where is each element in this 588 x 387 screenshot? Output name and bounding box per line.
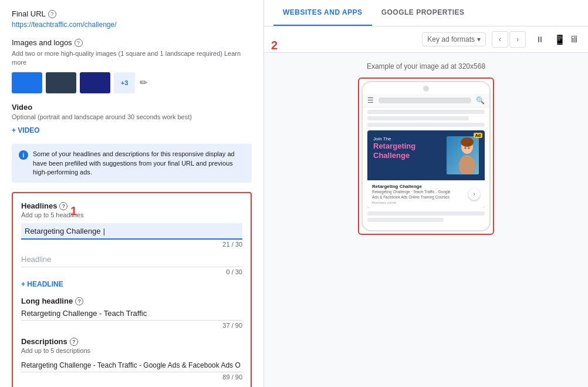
ad-badge: Ad [474, 133, 482, 138]
ad-inner: Join The RetargetingChallenge [367, 130, 485, 180]
phone-frame: ☰ 🔍 Ad Join The Retarge [361, 81, 491, 231]
headlines-section: Headlines ? Add up to 5 headlines Retarg… [21, 201, 242, 288]
long-headline-value: Retargeting Challenge - Teach Traffic [21, 307, 242, 321]
svg-point-5 [468, 147, 470, 149]
phone-browser-bar: ☰ 🔍 [363, 94, 489, 107]
search-bar-mock [379, 97, 471, 103]
long-headline-label: Long headline ? [21, 297, 242, 305]
descriptions-help-icon[interactable]: ? [70, 338, 78, 346]
ad-bottom-subtitle: Retargeting Challenge · Teach Traffic - … [372, 190, 468, 200]
person-svg [447, 136, 479, 174]
headlines-sublabel: Add up to 5 headlines [21, 211, 242, 218]
ad-bottom-text: Retargeting Challenge Retargeting Challe… [372, 184, 468, 204]
long-headline-count: 37 / 90 [21, 322, 242, 329]
ad-arrow-button[interactable]: › [468, 189, 480, 200]
right-panel: WEBSITES AND APPS GOOGLE PROPERTIES Key … [264, 0, 588, 387]
images-logos-section: Images and logos ? Add two or more high-… [12, 38, 252, 93]
content-line-2 [367, 116, 469, 120]
description-empty-container: Description [21, 384, 242, 387]
preview-content: Example of your image ad at 320x568 ☰ 🔍 [264, 53, 588, 387]
tab-websites-and-apps[interactable]: WEBSITES AND APPS [273, 0, 372, 26]
info-box: i Some of your headlines and description… [12, 144, 252, 183]
ad-text-column: Join The RetargetingChallenge [373, 136, 443, 174]
phone-top [363, 82, 489, 94]
video-section: Video Optional (portrait and landscape a… [12, 103, 252, 134]
tab-google-properties[interactable]: GOOGLE PROPERTIES [372, 0, 474, 26]
descriptions-title: Descriptions [21, 337, 67, 346]
content-line-5 [367, 218, 444, 222]
headline-empty-container: Headline [21, 251, 242, 267]
headline-empty-count: 0 / 30 [21, 268, 242, 275]
ad-business-name: Business name [372, 201, 468, 204]
content-lines-bottom [363, 211, 489, 230]
headlines-help-icon[interactable]: ? [59, 202, 67, 210]
thumb-1[interactable] [12, 72, 42, 93]
description-filled-value: Retargeting Challenge - Teach Traffic - … [21, 359, 242, 372]
mobile-device-icon[interactable]: 📱 [554, 34, 566, 45]
video-description: Optional (portrait and landscape around … [12, 113, 252, 122]
add-video-link[interactable]: + VIDEO [12, 126, 252, 134]
final-url-value: https://teachtraffic.com/challenge/ [12, 21, 252, 29]
video-label: Video [12, 103, 252, 112]
add-headline-link[interactable]: + HEADLINE [21, 280, 242, 288]
long-headline-section: Long headline ? Retargeting Challenge - … [21, 297, 242, 329]
descriptions-section: Descriptions ? Add up to 5 descriptions … [21, 337, 242, 387]
pause-button[interactable]: ⏸ [532, 31, 548, 48]
thumb-2[interactable] [46, 72, 76, 93]
desktop-device-icon[interactable]: 🖥 [569, 34, 579, 45]
annotation-2: 2 [271, 39, 278, 52]
hamburger-icon: ☰ [367, 96, 374, 105]
form-section-bordered: Headlines ? Add up to 5 headlines Retarg… [12, 192, 252, 387]
long-headline-help-icon[interactable]: ? [75, 297, 83, 305]
info-text: Some of your headlines and descriptions … [33, 150, 245, 177]
ad-bottom-title: Retargeting Challenge [372, 184, 468, 190]
final-url-help-icon[interactable]: ? [48, 10, 56, 18]
descriptions-label: Descriptions ? [21, 337, 242, 346]
ad-person-image [447, 136, 479, 174]
ad-join-text: Join The [373, 136, 443, 142]
nav-prev-button[interactable]: ‹ [492, 31, 508, 48]
headline-filled-container: Retargeting Challenge | [21, 223, 242, 240]
images-description: Add two or more high-quality images (1 s… [12, 49, 252, 68]
headline-filled-count: 21 / 30 [21, 241, 242, 248]
content-line-3 [367, 123, 485, 127]
description-filled-text: Retargeting Challenge - Teach Traffic - … [21, 361, 241, 369]
tabs-bar: WEBSITES AND APPS GOOGLE PROPERTIES [264, 0, 588, 26]
search-icon: 🔍 [476, 96, 485, 105]
ad-bottom: Retargeting Challenge Retargeting Challe… [367, 180, 485, 208]
cursor-indicator: | [103, 227, 105, 235]
final-url-section: Final URL ? https://teachtraffic.com/cha… [12, 9, 252, 29]
content-line-4 [367, 211, 485, 216]
ad-card: Ad Join The RetargetingChallenge [367, 130, 485, 208]
images-label: Images and logos ? [12, 38, 252, 47]
nav-arrows: ‹ › [492, 31, 526, 48]
descriptions-sublabel: Add up to 5 descriptions [21, 347, 242, 354]
info-icon: i [19, 150, 28, 160]
headlines-label: Headlines ? [21, 201, 242, 210]
images-title: Images and logos [12, 38, 72, 47]
long-headline-title: Long headline [21, 297, 73, 305]
ad-headline: RetargetingChallenge [373, 142, 443, 160]
dropdown-icon: ▾ [477, 35, 481, 43]
edit-images-icon[interactable]: ✏ [138, 76, 148, 89]
headline-filled-value: Retargeting Challenge [25, 227, 100, 235]
annotation-1: 1 [70, 204, 77, 218]
content-line-1 [367, 110, 485, 114]
phone-wrapper: ☰ 🔍 Ad Join The Retarge [358, 78, 494, 235]
final-url-title: Final URL [12, 9, 46, 18]
thumb-3[interactable] [80, 72, 110, 93]
description-filled-count: 89 / 90 [21, 373, 242, 381]
thumb-extra-count[interactable]: +3 [114, 72, 135, 93]
image-thumbnails: +3 ✏ [12, 72, 252, 93]
svg-point-3 [461, 137, 474, 147]
left-panel: Final URL ? https://teachtraffic.com/cha… [0, 0, 264, 387]
device-icons: 📱 🖥 [554, 34, 579, 45]
final-url-label: Final URL ? [12, 9, 252, 18]
nav-next-button[interactable]: › [509, 31, 526, 48]
phone-camera [423, 86, 429, 92]
key-ad-formats-button[interactable]: Key ad formats ▾ [422, 32, 486, 46]
images-help-icon[interactable]: ? [75, 39, 83, 47]
key-ad-formats-label: Key ad formats [427, 35, 475, 43]
headlines-title: Headlines [21, 201, 57, 210]
long-headline-text: Retargeting Challenge - Teach Traffic [21, 309, 147, 318]
